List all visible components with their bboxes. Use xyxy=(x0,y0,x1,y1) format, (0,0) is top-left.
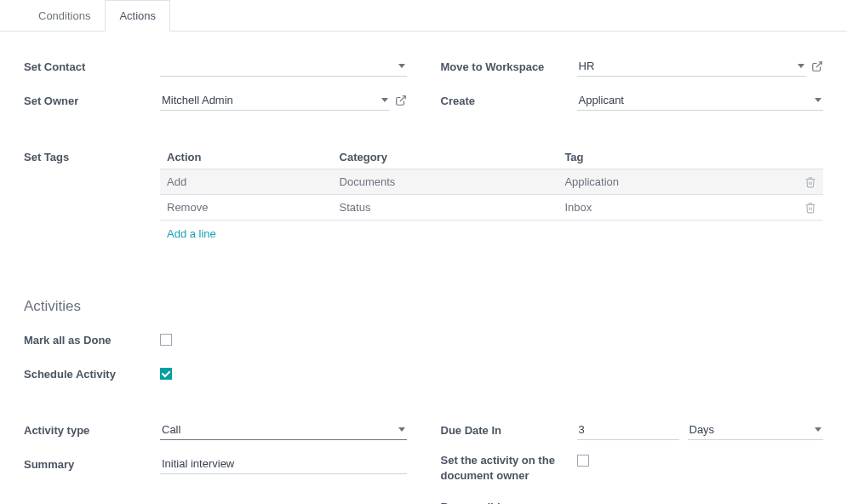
tab-actions[interactable]: Actions xyxy=(105,0,170,32)
move-workspace-label: Move to Workspace xyxy=(441,60,577,73)
table-row[interactable]: Remove Status Inbox xyxy=(160,195,823,220)
col-category: Category xyxy=(333,146,558,169)
activity-type-select[interactable]: Call xyxy=(160,420,407,440)
summary-input[interactable] xyxy=(160,454,407,474)
activities-title: Activities xyxy=(24,298,823,315)
set-on-owner-checkbox[interactable] xyxy=(577,455,589,467)
create-value: Applicant xyxy=(579,94,624,106)
tabs: Conditions Actions xyxy=(0,0,847,32)
col-tag: Tag xyxy=(558,146,798,169)
cell-action: Add xyxy=(160,169,333,195)
set-owner-label: Set Owner xyxy=(24,94,160,107)
responsible-select[interactable] xyxy=(577,496,824,504)
due-date-value-input[interactable] xyxy=(577,420,679,440)
delete-row-button[interactable] xyxy=(798,195,823,220)
external-link-icon[interactable] xyxy=(811,60,823,72)
activity-type-label: Activity type xyxy=(24,424,160,437)
set-contact-label: Set Contact xyxy=(24,60,160,73)
table-row[interactable]: Add Documents Application xyxy=(160,169,823,195)
caret-down-icon xyxy=(798,64,804,68)
create-label: Create xyxy=(441,94,577,107)
add-line-button[interactable]: Add a line xyxy=(160,220,823,247)
cell-category: Documents xyxy=(333,169,558,195)
due-date-unit-value: Days xyxy=(690,423,715,436)
due-date-unit-select[interactable]: Days xyxy=(688,420,824,440)
cell-action: Remove xyxy=(160,195,333,220)
move-workspace-select[interactable]: HR xyxy=(577,56,807,77)
schedule-activity-label: Schedule Activity xyxy=(24,368,160,381)
caret-down-icon xyxy=(381,98,388,102)
caret-down-icon xyxy=(815,427,821,432)
svg-line-1 xyxy=(816,62,821,67)
set-contact-select[interactable] xyxy=(160,56,407,77)
set-owner-select[interactable]: Mitchell Admin xyxy=(160,90,390,111)
cell-tag: Application xyxy=(558,169,798,195)
external-link-icon[interactable] xyxy=(395,94,407,106)
delete-row-button[interactable] xyxy=(798,169,823,195)
activity-type-value: Call xyxy=(162,423,180,436)
responsible-label: Responsible xyxy=(441,501,577,504)
mark-all-done-label: Mark all as Done xyxy=(24,334,160,346)
cell-category: Status xyxy=(333,195,558,220)
svg-line-0 xyxy=(399,96,404,101)
schedule-activity-checkbox[interactable] xyxy=(160,368,172,380)
mark-all-done-checkbox[interactable] xyxy=(160,334,172,346)
set-owner-value: Mitchell Admin xyxy=(162,94,233,106)
caret-down-icon xyxy=(398,427,405,432)
create-select[interactable]: Applicant xyxy=(577,90,824,111)
move-workspace-value: HR xyxy=(579,60,595,72)
due-date-label: Due Date In xyxy=(441,424,577,437)
summary-label: Summary xyxy=(24,458,160,471)
caret-down-icon xyxy=(398,64,405,68)
caret-down-icon xyxy=(815,98,821,102)
set-tags-label: Set Tags xyxy=(24,146,160,247)
tab-conditions[interactable]: Conditions xyxy=(24,0,105,31)
cell-tag: Inbox xyxy=(558,195,798,220)
col-action: Action xyxy=(160,146,333,169)
set-on-owner-label: Set the activity on the document owner xyxy=(441,453,577,484)
tags-table: Action Category Tag Add Documents Applic… xyxy=(160,146,823,247)
